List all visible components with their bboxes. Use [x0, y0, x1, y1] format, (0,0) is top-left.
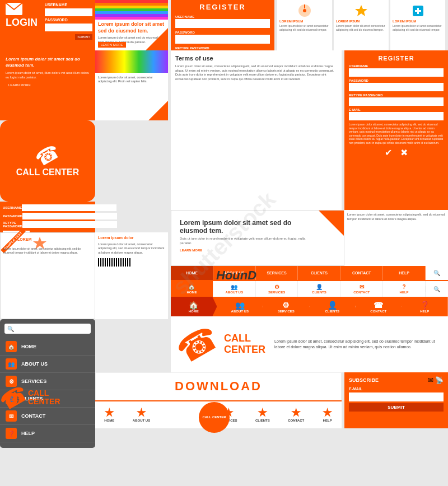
nav1-home[interactable]: HOME [171, 266, 213, 280]
password-input[interactable] [45, 24, 92, 31]
sub-email-label: E-MAIL [349, 387, 362, 391]
bnav-help-icon [323, 408, 333, 418]
bnav-help-label: HELP [323, 419, 332, 422]
nav2-about[interactable]: 👥ABOUT US [213, 281, 256, 297]
cfb-corner [319, 211, 344, 236]
username-input[interactable] [45, 8, 92, 16]
lorem-text-1: Lorem ipsum dolor sit amet consectetur a… [279, 24, 330, 31]
rr-email-input[interactable] [349, 112, 444, 120]
sub-icons: ✉ 📡 [428, 376, 444, 384]
sr-retype-input[interactable] [22, 221, 117, 228]
bnav-about-icon [136, 408, 146, 418]
nav3-help[interactable]: ❓HELP [402, 297, 449, 316]
nav3-about[interactable]: 👥ABOUT US [217, 297, 264, 316]
cfb-text-area: Lorem ipsum dolor sit amet sed do eiusmo… [171, 211, 344, 258]
x-icon[interactable]: ✖ [400, 147, 408, 158]
lorem-text-2: Lorem ipsum dolor sit amet consectetur a… [336, 24, 386, 31]
nav1-contact[interactable]: CONTACT [340, 266, 383, 280]
bnav-home[interactable]: HOME [104, 408, 114, 422]
terms-text: Lorem ipsum dolor sit amet, consectetur … [175, 64, 337, 82]
nav2-contact[interactable]: ✉CONTACT [340, 281, 383, 297]
bnav-home-label: HOME [104, 419, 114, 422]
svg-point-3 [303, 9, 306, 12]
wm-search-bar[interactable]: 🔍 [4, 324, 91, 334]
nav3-clients[interactable]: 👤CLIENTS [310, 297, 356, 316]
reg-username-input[interactable] [175, 19, 270, 28]
password-label: PASSWORD [45, 18, 92, 22]
nav3-services[interactable]: ⚙SERVICES [263, 297, 310, 316]
bnav-about[interactable]: ABOUT US [133, 408, 150, 422]
wm-help[interactable]: ❓HELP [0, 425, 95, 442]
lorem-box-2: LOREM IPSUM Lorem ipsum dolor sit amet c… [334, 0, 389, 50]
subscribe-section: SUBSCRIBE ✉ 📡 E-MAIL SUBMIT [344, 372, 448, 428]
rr-password-input[interactable] [349, 83, 444, 91]
terms-box: Terms of use Lorem ipsum dolor sit amet,… [171, 50, 342, 210]
reg-username-label: USERNAME [171, 14, 274, 19]
rr-retype-label: RETYPE PASSWORD [349, 94, 444, 97]
bnav-contact-icon [291, 408, 301, 418]
website-template: SAMPLE TEXT LOREM Lorem ipsum dolor sit … [0, 232, 95, 319]
sr-retype-label: RETYPE PASSWORD [3, 221, 22, 228]
sub-email-input[interactable] [349, 392, 444, 401]
bnav-contact[interactable]: CONTACT [288, 408, 304, 422]
wm-about-icon: 👥 [6, 358, 17, 370]
rr-actions: ✔ ✖ [347, 147, 445, 158]
sr-retype-row: RETYPE PASSWORD [3, 221, 92, 228]
rr-username-input[interactable] [349, 68, 444, 77]
nav3-home[interactable]: 🏠HOME [171, 297, 217, 316]
main-cc-text: Lorem ipsum dolor sit amet, consectetur … [274, 339, 442, 351]
main-cc-title: CALL CENTER [224, 333, 269, 356]
bnav-clients-label: CLIENTS [255, 419, 270, 422]
rr-terms-text: Lorem ipsum dolor sit amet, consectetur … [349, 123, 444, 144]
right-register-box: REGISTER USERNAME PASSWORD RETYPE PASSWO… [344, 50, 448, 210]
wm-home[interactable]: 🏠HOME [0, 338, 95, 356]
bnav-clients[interactable]: CLIENTS [255, 408, 270, 422]
banner2-corner [148, 101, 168, 120]
nav2-services[interactable]: ⚙SERVICES [256, 281, 298, 297]
download-section: DOWNLOAD [95, 372, 342, 400]
cfb-learn-more[interactable]: LEARN MORE [180, 249, 313, 252]
text-section: Lorem ipsum dolor Lorem ipsum dolor sit … [95, 232, 168, 319]
cc-circle: CALL CENTER [199, 402, 230, 433]
nav2-help[interactable]: ?HELP [383, 281, 426, 297]
sub-submit-button[interactable]: SUBMIT [349, 403, 444, 412]
banner-box: Lorem ipsum dolor sit amet sed do eiusmo… [95, 0, 168, 50]
banner2-text: Lorem ipsum dolor sit amet, consectetur … [95, 73, 168, 86]
wm-help-icon: ❓ [6, 428, 17, 439]
bnav-contact-label: CONTACT [288, 419, 304, 422]
hound-logo: HounD [216, 268, 256, 283]
wt-lorem-title: LOREM [17, 237, 31, 241]
rr-username-label: USERNAME [349, 64, 444, 68]
big-lorem-text: Lorem ipsum dolor sit amet sed do eiusmo… [6, 56, 90, 68]
about-icon: 👥 [231, 284, 237, 290]
sr-password-input[interactable] [22, 213, 117, 219]
rr-retype-input[interactable] [349, 97, 444, 106]
sub-email-row: E-MAIL [349, 387, 444, 391]
big-learn-more-button[interactable]: LEARN MORE [6, 82, 34, 88]
nav2-clients[interactable]: 👤CLIENTS [298, 281, 340, 297]
wt-text: Lorem ipsum dolor sit amet, consectetur … [3, 247, 92, 254]
reg-retype-label: RETYPE PASSWORD [171, 45, 274, 50]
nav2-search[interactable]: 🔍 [426, 286, 448, 292]
lorem-box-1: LOREM IPSUM Lorem ipsum dolor sit amet c… [277, 0, 332, 50]
nav3-contact-icon: ☎ [374, 301, 383, 310]
call-center-small: ☎ CALL CENTER [0, 381, 73, 414]
nav1-clients[interactable]: CLIENTS [298, 266, 340, 280]
nav1-search[interactable]: 🔍 [426, 266, 448, 280]
lorem-text-3: Lorem ipsum dolor sit amet consectetur a… [393, 24, 443, 31]
login-title: LOGIN [6, 17, 38, 29]
nav1-services[interactable]: SERVICES [256, 266, 298, 280]
learn-more-button[interactable]: LEARN MORE [98, 42, 126, 48]
check-icon[interactable]: ✔ [385, 147, 392, 158]
bnav-help[interactable]: HELP [323, 408, 333, 422]
submit-button[interactable]: SUBMIT [75, 34, 92, 40]
nav1-help[interactable]: HELP [383, 266, 426, 280]
rainbow-bar [95, 50, 168, 73]
nav3-contact[interactable]: ☎CONTACT [356, 297, 402, 316]
wm-about[interactable]: 👥ABOUT US [0, 356, 95, 373]
reg-password-input[interactable] [175, 35, 270, 44]
sr-username-input[interactable] [22, 204, 116, 211]
rr-title: REGISTER [347, 53, 445, 63]
register-title: REGISTER [171, 0, 274, 14]
nav2-home[interactable]: 🏠HOME [171, 281, 213, 297]
